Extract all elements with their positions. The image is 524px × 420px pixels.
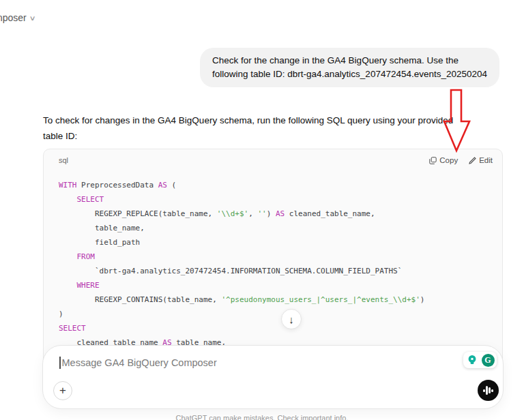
grammarly-extension-icon[interactable]: G [481, 353, 495, 367]
arrow-down-icon: ↓ [289, 314, 294, 325]
code-line: REGEXP_REPLACE(table_name, '\\d+$', '') … [59, 207, 487, 221]
code-content: WITH PreprocessedData AS ( SELECT REGEXP… [44, 178, 502, 350]
code-block-header: sql Copy Edit [44, 149, 502, 166]
code-line: FROM [59, 250, 487, 264]
code-line: REGEXP_CONTAINS(table_name, '^pseudonymo… [59, 292, 487, 307]
footer-disclaimer: ChatGPT can make mistakes. Check importa… [0, 413, 524, 420]
code-actions: Copy Edit [429, 156, 493, 164]
extensions-pill: G [463, 352, 497, 368]
copy-icon [429, 157, 437, 164]
text-caret [59, 357, 61, 369]
composer: Message GA4 BigQuery Composer G + [42, 345, 504, 409]
model-switcher[interactable]: mposer ∨ [0, 12, 35, 23]
code-line: `dbrt-ga4.analytics_207472454.INFORMATIO… [59, 264, 487, 278]
code-line: SELECT [59, 192, 487, 207]
code-line: WHERE [59, 278, 487, 292]
lightbulb-extension-icon[interactable] [465, 353, 479, 367]
user-message-line: Check for the change in the GA4 BigQuery… [212, 54, 487, 68]
edit-icon [469, 157, 476, 164]
assistant-message-line: table ID: [43, 128, 521, 144]
code-line: ) [59, 307, 487, 321]
g-badge: G [482, 354, 495, 367]
copy-button[interactable]: Copy [429, 156, 458, 164]
plus-icon: + [59, 385, 66, 396]
message-input-placeholder: Message GA4 BigQuery Composer [62, 357, 217, 368]
voice-mode-button[interactable] [478, 380, 499, 401]
voice-wave-icon [483, 386, 493, 395]
edit-label: Edit [479, 156, 493, 164]
code-language-label: sql [59, 156, 68, 164]
chevron-down-icon: ∨ [29, 14, 35, 22]
user-message-bubble: Check for the change in the GA4 BigQuery… [200, 48, 499, 87]
code-line: SELECT [59, 321, 487, 335]
model-switcher-label: mposer [0, 12, 27, 23]
copy-label: Copy [439, 156, 458, 164]
assistant-message: To check for changes in the GA4 BigQuery… [43, 112, 521, 144]
message-input[interactable]: Message GA4 BigQuery Composer [59, 357, 459, 369]
assistant-message-line: To check for changes in the GA4 BigQuery… [43, 112, 521, 128]
code-block: sql Copy Edit WITH PreprocessedData AS (… [43, 149, 503, 374]
user-message-line: following table ID: dbrt-ga4.analytics_2… [212, 68, 487, 81]
code-line: field_path [59, 235, 487, 250]
scroll-to-bottom-button[interactable]: ↓ [281, 309, 302, 329]
edit-button[interactable]: Edit [469, 156, 493, 164]
code-line: table_name, [59, 221, 487, 235]
code-line: WITH PreprocessedData AS ( [59, 178, 487, 192]
attach-button[interactable]: + [53, 381, 72, 400]
